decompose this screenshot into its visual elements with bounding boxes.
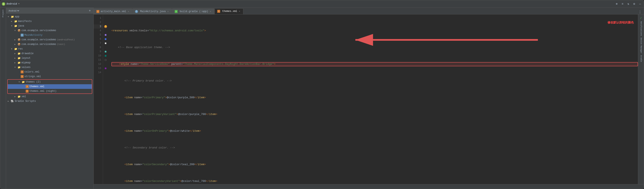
tree-item-drawable[interactable]: ▶ 📁 drawable	[6, 51, 94, 56]
tree-item-com1[interactable]: ▼ 📦 com.example.servicedemo	[6, 28, 94, 33]
code-line-10: <item name="colorSecondaryVariant">@colo…	[112, 179, 638, 183]
tree-item-gradle-scripts[interactable]: ▶ 🐘 Gradle Scripts	[6, 99, 94, 103]
tree-item-themes-group[interactable]: ▼ 📁 themes (2)	[8, 80, 92, 84]
tree-item-java[interactable]: ▼ 📁 java	[6, 24, 94, 28]
tab-close-icon[interactable]: ✕	[167, 10, 169, 13]
tree-item-app[interactable]: ▼ 📁 app	[6, 15, 94, 19]
notifications-label[interactable]: Notifications	[640, 21, 642, 36]
tab-label: build.gradle (:app)	[180, 10, 208, 13]
color-dot-teal2[interactable]	[105, 55, 106, 57]
sort-icon[interactable]: ⇅	[626, 2, 630, 6]
tree-item-themes-xml[interactable]: ▶ X themes.xml	[8, 84, 92, 89]
code-area[interactable]: <resources xmlns:tools="http://schemas.a…	[108, 15, 638, 184]
expand-arrow: ▶	[8, 100, 11, 102]
xml-file-icon: X	[96, 10, 99, 13]
gutter-line-11	[103, 58, 108, 62]
tree-label: com.example.servicedemo	[22, 29, 56, 32]
package-icon: 📦	[17, 39, 21, 41]
android-icon: ▲	[2, 2, 5, 6]
folder-icon: 📁	[17, 57, 21, 59]
color-dot-white[interactable]	[105, 43, 106, 44]
code-line-1: <resources xmlns:tools="http://schemas.a…	[112, 29, 638, 33]
tab-close-icon[interactable]: ✕	[127, 10, 130, 13]
folder-icon: 📁	[14, 20, 17, 23]
tree-item-colors[interactable]: ▶ X colors.xml	[6, 70, 94, 74]
device-manager-label[interactable]: Device Manager	[640, 38, 642, 54]
tree-label: java	[18, 25, 24, 27]
top-bar: ▲ Android ▼ ⊕ ≡ ⇅ ⚙ —	[0, 0, 644, 8]
expand-arrow: ▶	[11, 20, 14, 23]
code-line-3: <style name="Theme.ServiceDemo" parent="…	[112, 62, 638, 66]
view-selector[interactable]: Android Project	[8, 9, 20, 12]
panel-header: Android Project ⚙	[6, 8, 94, 14]
expand-arrow: ▶	[14, 57, 17, 59]
tree-item-strings[interactable]: ▶ X strings.xml	[6, 74, 94, 79]
line-num-11: 11	[94, 58, 103, 62]
gradle-label[interactable]: Gradle	[640, 55, 642, 62]
line-num-14: 14	[94, 70, 103, 75]
gutter-line-9	[103, 50, 108, 54]
color-dot-purple[interactable]	[105, 34, 106, 36]
expand-arrow: ▼	[14, 30, 17, 32]
tab-mainactivity[interactable]: C MainActivity.java ✕	[132, 8, 172, 14]
package-icon: 📦	[17, 43, 21, 46]
tree-label: xml	[22, 95, 26, 98]
tree-item-com3[interactable]: ▶ 📦 com.example.servicedemo (test)	[6, 42, 94, 47]
tab-activity-main[interactable]: X activity_main.xml ✕	[94, 8, 132, 14]
dropdown-icon[interactable]: ▼	[18, 3, 20, 5]
line-num-9: 9	[94, 50, 103, 54]
gutter-line-8	[103, 45, 108, 50]
file-tree: ▼ 📁 app ▶ 📁 manifests ▼ 📁 java	[6, 14, 94, 189]
expand-arrow: ▼	[14, 66, 17, 69]
left-strip: Project	[0, 8, 6, 189]
tree-item-themes-xml-night[interactable]: ▶ X themes.xml (night)	[8, 89, 92, 93]
tree-item-layout[interactable]: ▶ 📁 layout	[6, 56, 94, 60]
expand-arrow: ▶	[14, 62, 17, 64]
minimize-icon[interactable]: —	[638, 2, 642, 6]
gutter-line-10	[103, 54, 108, 58]
tree-item-manifests[interactable]: ▶ 📁 manifests	[6, 19, 94, 24]
folder-icon: 📁	[17, 62, 21, 64]
intention-bulb[interactable]: 💡	[104, 25, 107, 28]
color-dot-black[interactable]	[105, 59, 106, 61]
tab-build-gradle[interactable]: G build.gradle (:app) ✕	[172, 8, 214, 14]
tab-themes[interactable]: X themes.xml ✕	[214, 8, 243, 14]
code-line-8: <!-- Secondary brand color. -->	[112, 146, 638, 150]
tree-label: drawable	[22, 52, 34, 55]
structure-icon[interactable]: ≡	[620, 2, 624, 6]
tree-item-com2[interactable]: ▶ 📦 com.example.servicedemo (androidTest…	[6, 37, 94, 42]
gutter-line-4	[103, 29, 108, 33]
color-dot-blue[interactable]	[105, 38, 106, 40]
gradle-file-icon: G	[175, 10, 178, 13]
more-options-icon[interactable]: ⋮	[638, 10, 642, 14]
gutter-line-3[interactable]: 💡	[103, 25, 108, 29]
status-bar	[94, 184, 644, 189]
color-dot-purple2[interactable]	[105, 68, 106, 69]
code-line-6: <item name="colorPrimaryVariant">@color/…	[112, 112, 638, 116]
tab-label: themes.xml	[222, 10, 237, 13]
tree-item-values[interactable]: ▼ 📁 values	[6, 65, 94, 70]
java-file-icon: C	[21, 34, 24, 37]
tab-label: MainActivity.java	[140, 10, 166, 13]
tree-item-mipmap[interactable]: ▶ 📁 mipmap	[6, 60, 94, 65]
color-dot-teal[interactable]	[105, 51, 106, 53]
tree-label: themes (2)	[26, 81, 41, 83]
sync-icon[interactable]: ⊕	[614, 2, 619, 6]
tree-item-res[interactable]: ▼ 📁 res	[6, 47, 94, 51]
code-line-2: <!-- Base application theme. -->	[112, 45, 638, 50]
tab-close-icon[interactable]: ✕	[210, 10, 212, 13]
tree-item-xml[interactable]: ▶ 📁 xml	[6, 94, 94, 99]
panel-settings-icon[interactable]: ⚙	[88, 9, 92, 13]
settings-icon[interactable]: ⚙	[632, 2, 636, 6]
panel-header-icons: ⚙	[88, 9, 92, 13]
tab-bar: X activity_main.xml ✕ C MainActivity.jav…	[94, 8, 644, 15]
code-line-5: <item name="colorPrimary">@color/purple_…	[112, 96, 638, 100]
project-label[interactable]: Project	[2, 10, 4, 17]
tree-label: mipmap	[22, 61, 30, 64]
line-num-10: 10	[94, 54, 103, 58]
tree-item-mainactivity[interactable]: ▶ C MainActivity	[6, 33, 94, 37]
line-num-6: 6	[94, 37, 103, 41]
tab-close-icon[interactable]: ✕	[238, 10, 240, 13]
line-num-7: 7	[94, 41, 103, 45]
project-title: ▲ Android ▼	[2, 2, 20, 6]
